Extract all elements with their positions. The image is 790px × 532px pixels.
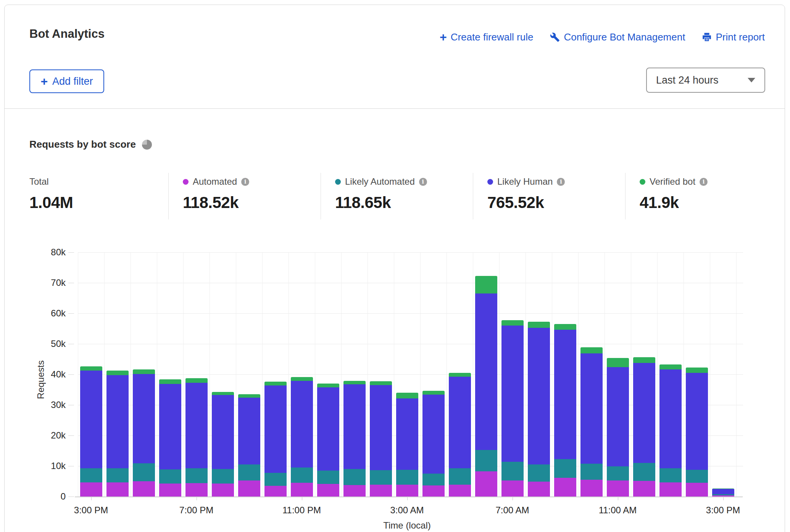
chart-bar[interactable] — [633, 357, 655, 497]
bar-segment-automated — [528, 482, 550, 497]
bar-segment-verified-bot — [659, 364, 682, 370]
chart-bar[interactable] — [212, 392, 234, 497]
bar-segment-likely-human — [607, 367, 629, 466]
bar-segment-likely-human — [291, 381, 313, 468]
chart-bar[interactable] — [291, 377, 313, 497]
chart-bar[interactable] — [396, 393, 418, 497]
bar-segment-verified-bot — [317, 384, 339, 387]
y-axis-tick — [68, 313, 74, 314]
page-title: Bot Analytics — [29, 27, 105, 41]
add-filter-label: Add filter — [52, 76, 93, 87]
chart-bar[interactable] — [659, 364, 682, 497]
chart-bar[interactable] — [343, 381, 366, 497]
configure-bot-management-link[interactable]: Configure Bot Management — [550, 31, 685, 43]
chart-bar[interactable] — [686, 368, 708, 497]
bar-segment-automated — [633, 481, 655, 497]
stat-value: 118.52k — [183, 193, 249, 212]
x-axis-tick — [513, 497, 513, 500]
chart-bar[interactable] — [264, 382, 287, 497]
y-axis-tick-label: 0 — [39, 491, 66, 502]
header-actions: + Create firewall rule Configure Bot Man… — [440, 31, 765, 43]
bar-segment-likely-human — [422, 395, 445, 474]
legend-dot-likely-automated — [335, 179, 341, 185]
chart-bar[interactable] — [317, 384, 339, 497]
bar-segment-verified-bot — [185, 378, 208, 383]
chart-bar[interactable] — [106, 371, 129, 497]
section-title: Requests by bot score — [29, 139, 136, 150]
bar-segment-verified-bot — [607, 358, 629, 367]
bar-segment-automated — [554, 478, 576, 497]
bar-segment-verified-bot — [291, 377, 313, 381]
configure-bot-management-label: Configure Bot Management — [564, 31, 685, 43]
y-axis-tick — [68, 283, 74, 283]
chart-bar[interactable] — [238, 394, 260, 497]
bar-segment-likely-human — [396, 398, 418, 469]
chart-bar[interactable] — [607, 358, 629, 497]
info-icon[interactable]: i — [419, 178, 427, 186]
create-firewall-rule-link[interactable]: + Create firewall rule — [440, 31, 533, 43]
info-icon[interactable]: i — [241, 178, 249, 186]
chart-bar[interactable] — [80, 366, 102, 497]
bar-segment-likely-automated — [633, 463, 655, 481]
chart-bar[interactable] — [133, 369, 155, 497]
chart-bar[interactable] — [185, 378, 208, 497]
bar-segment-likely-human — [633, 363, 655, 463]
plus-icon: + — [40, 75, 48, 87]
y-axis-tick-label: 70k — [39, 277, 66, 288]
x-axis-tick — [723, 497, 724, 500]
bot-analytics-card: Bot Analytics + Create firewall rule Con… — [4, 5, 785, 532]
bar-segment-verified-bot — [554, 324, 576, 330]
pie-chart-icon — [142, 140, 152, 150]
gridline-h — [78, 252, 743, 253]
x-axis-tick-label: 11:00 PM — [275, 505, 329, 516]
bar-segment-likely-automated — [528, 464, 550, 482]
bar-segment-likely-human — [370, 385, 392, 470]
chart-bar[interactable] — [580, 347, 603, 497]
chart-bar[interactable] — [475, 276, 497, 497]
time-range-select[interactable]: Last 24 hours — [646, 68, 765, 93]
bar-segment-verified-bot — [475, 276, 497, 293]
bar-segment-automated — [580, 480, 603, 497]
y-axis-tick — [68, 497, 74, 497]
bar-segment-likely-human — [238, 398, 260, 464]
bar-segment-likely-automated — [80, 468, 102, 482]
bar-segment-likely-automated — [659, 468, 682, 482]
chart-bar[interactable] — [422, 391, 445, 497]
print-report-link[interactable]: Print report — [702, 31, 765, 43]
chart-bar[interactable] — [554, 324, 576, 497]
add-filter-button[interactable]: + Add filter — [29, 69, 104, 93]
bar-segment-automated — [659, 482, 682, 497]
bar-segment-verified-bot — [106, 371, 129, 375]
bar-segment-likely-automated — [185, 468, 208, 483]
printer-icon — [702, 32, 712, 42]
bar-segment-likely-human — [528, 328, 550, 464]
bar-segment-likely-human — [212, 395, 234, 469]
chart-bar[interactable] — [370, 381, 392, 497]
bar-segment-likely-human — [264, 385, 287, 473]
bar-segment-likely-automated — [475, 450, 497, 471]
bar-segment-automated — [449, 485, 471, 497]
bar-segment-automated — [133, 481, 155, 497]
chart-bar[interactable] — [159, 379, 181, 497]
stat-label: Total — [29, 176, 73, 187]
chart-bar[interactable] — [501, 320, 524, 497]
chart-bar[interactable] — [449, 373, 471, 497]
chart-bar[interactable] — [712, 488, 734, 497]
info-icon[interactable]: i — [557, 178, 565, 186]
bar-segment-automated — [106, 482, 129, 497]
section-title-row: Requests by bot score — [29, 139, 152, 150]
bar-segment-verified-bot — [343, 381, 366, 385]
x-axis-tick — [197, 497, 197, 500]
bar-segment-verified-bot — [686, 368, 708, 373]
chart-bar[interactable] — [528, 322, 550, 497]
info-icon[interactable]: i — [700, 178, 708, 186]
bar-segment-likely-automated — [106, 468, 129, 483]
y-axis-tick-label: 10k — [39, 461, 66, 471]
bar-segment-automated — [686, 483, 708, 497]
bar-segment-likely-automated — [396, 470, 418, 485]
bar-segment-likely-human — [185, 383, 208, 468]
stat-label-row: Likely Automatedi — [335, 176, 427, 187]
bar-segment-likely-human — [106, 375, 129, 468]
bar-segment-likely-automated — [422, 474, 445, 485]
bar-segment-automated — [475, 471, 497, 497]
